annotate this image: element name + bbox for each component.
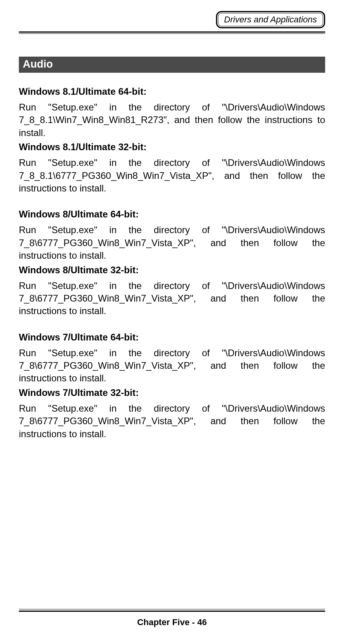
spacer	[19, 320, 325, 332]
subheading: Windows 7/Ultimate 64-bit:	[19, 332, 325, 343]
section-title-bar: Audio	[19, 57, 325, 73]
subheading: Windows 8/Ultimate 64-bit:	[19, 209, 325, 220]
body-paragraph: Run "Setup.exe" in the directory of "\Dr…	[19, 101, 325, 139]
header-badge-row: Drivers and Applications	[19, 11, 325, 28]
body-paragraph: Run "Setup.exe" in the directory of "\Dr…	[19, 224, 325, 262]
body-paragraph: Run "Setup.exe" in the directory of "\Dr…	[19, 280, 325, 318]
body-paragraph: Run "Setup.exe" in the directory of "\Dr…	[19, 347, 325, 385]
subheading: Windows 8/Ultimate 32-bit:	[19, 265, 325, 276]
page-footer: Chapter Five - 46	[19, 609, 325, 627]
header-badge: Drivers and Applications	[216, 11, 325, 28]
subheading: Windows 8.1/Ultimate 32-bit:	[19, 142, 325, 153]
subheading: Windows 7/Ultimate 32-bit:	[19, 387, 325, 398]
page-header: Drivers and Applications	[0, 0, 344, 28]
body-paragraph: Run "Setup.exe" in the directory of "\Dr…	[19, 402, 325, 440]
subheading: Windows 8.1/Ultimate 64-bit:	[19, 86, 325, 97]
bottom-rule	[19, 609, 325, 612]
footer-text: Chapter Five - 46	[19, 617, 325, 627]
page-content: Audio Windows 8.1/Ultimate 64-bit:Run "S…	[0, 34, 344, 440]
content-blocks: Windows 8.1/Ultimate 64-bit:Run "Setup.e…	[19, 86, 325, 440]
spacer	[19, 197, 325, 209]
body-paragraph: Run "Setup.exe" in the directory of "\Dr…	[19, 156, 325, 195]
